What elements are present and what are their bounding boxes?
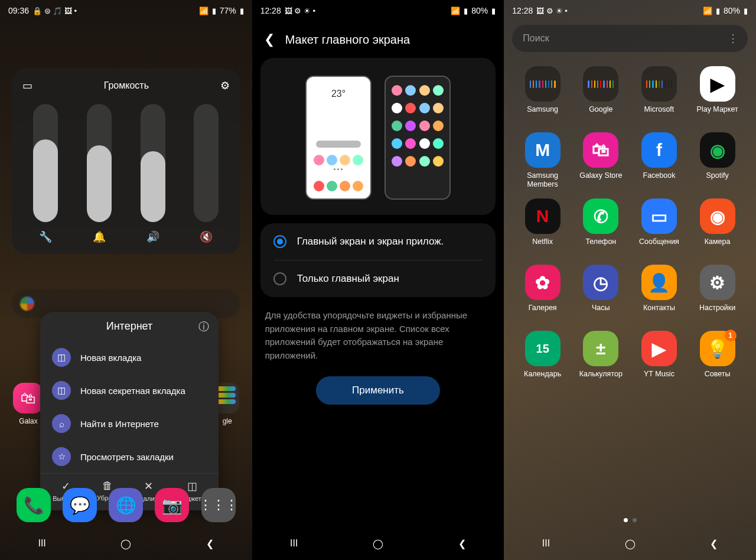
page-header: ❮ Макет главного экрана — [252, 21, 504, 56]
status-icons: 🖼 ⚙ ☀ • — [285, 6, 315, 15]
apply-button[interactable]: Применить — [316, 376, 440, 405]
dock-internet[interactable]: 🌐 — [109, 488, 143, 522]
info-icon[interactable]: ⓘ — [198, 320, 209, 334]
navbar: III ◯ ❮ — [0, 527, 252, 560]
back-button[interactable]: ❮ — [444, 535, 480, 552]
app-icon: ▶ — [700, 66, 735, 102]
app-Калькулятор[interactable]: ± Калькулятор — [574, 331, 628, 388]
dock-phone[interactable]: 📞 — [17, 488, 51, 522]
phone-2-settings: 12:28 🖼 ⚙ ☀ • 📶 ▮ 80% ▮ ❮ Макет главного… — [252, 0, 504, 560]
app-Samsung Members[interactable]: M Samsung Members — [516, 132, 569, 189]
option-home-and-apps[interactable]: Главный экран и экран прилож. — [260, 223, 496, 260]
app-Настройки[interactable]: ⚙ Настройки — [690, 265, 744, 321]
folder-icon — [641, 66, 677, 102]
app-label: Galaxy Store — [579, 171, 622, 189]
app-label: Контакты — [643, 304, 675, 321]
app-Microsoft[interactable]: Microsoft — [633, 66, 686, 123]
app-label: Samsung — [527, 105, 558, 123]
app-Facebook[interactable]: f Facebook — [633, 132, 686, 189]
volume-slider-bell[interactable]: 🔔 — [76, 104, 123, 243]
app-icon: ▶ — [641, 331, 677, 366]
context-item[interactable]: ☆ Просмотреть закладки — [40, 440, 219, 473]
context-item[interactable]: ⌕ Найти в Интернете — [40, 407, 219, 440]
wrench-icon: 🔧 — [39, 230, 52, 243]
speaker-icon: 🔊 — [146, 230, 159, 243]
app-Камера[interactable]: ◉ Камера — [690, 198, 744, 255]
star-icon: ☆ — [52, 447, 71, 466]
option-home-only[interactable]: Только главный экран — [260, 261, 496, 297]
signal-icon: ▮ — [716, 6, 720, 15]
radio-icon — [273, 235, 286, 248]
battery-percent: 80% — [724, 6, 740, 15]
app-label: Galax — [19, 417, 37, 425]
search-input[interactable]: Поиск ⋮ — [512, 25, 748, 52]
battery-percent: 77% — [220, 6, 236, 15]
mute-icon: 🔇 — [200, 230, 213, 243]
page-title: Макет главного экрана — [285, 33, 410, 47]
signal-icon: ▮ — [464, 6, 468, 15]
app-label: Netflix — [532, 237, 553, 255]
app-Spotify[interactable]: ◉ Spotify — [690, 132, 744, 189]
galaxy-store-app[interactable]: 🛍 Galax — [13, 383, 44, 425]
app-label: Камера — [705, 237, 731, 255]
context-title: Интернет ⓘ — [40, 312, 219, 341]
dock-apps[interactable]: ⋮⋮⋮ — [201, 488, 236, 522]
app-Календарь[interactable]: 15 Календарь — [516, 331, 569, 388]
app-Контакты[interactable]: 👤 Контакты — [633, 265, 686, 321]
recent-button[interactable]: III — [276, 535, 312, 552]
battery-icon: ▮ — [744, 6, 748, 15]
mock-home: 23° — [305, 76, 372, 200]
app-Телефон[interactable]: ✆ Телефон — [574, 198, 628, 255]
home-button[interactable]: ◯ — [360, 535, 396, 552]
app-Netflix[interactable]: N Netflix — [516, 198, 569, 255]
bell-icon: 🔔 — [93, 230, 106, 243]
volume-slider-mute[interactable]: 🔇 — [183, 104, 230, 243]
app-Galaxy Store[interactable]: 🛍 Galaxy Store — [574, 132, 628, 189]
back-button[interactable]: ❮ — [193, 535, 228, 552]
app-Часы[interactable]: ◷ Часы — [574, 265, 628, 321]
app-label: Spotify — [706, 171, 729, 189]
more-icon[interactable]: ⋮ — [728, 32, 738, 45]
navbar: III ◯ ❮ — [252, 527, 504, 560]
app-Советы[interactable]: 💡1 Советы — [690, 331, 744, 388]
app-Сообщения[interactable]: ▭ Сообщения — [633, 198, 686, 255]
collapse-icon[interactable]: ▭ — [22, 79, 32, 92]
back-button[interactable]: ❮ — [696, 535, 732, 552]
app-Play Маркет[interactable]: ▶ Play Маркет — [690, 66, 744, 123]
home-button[interactable]: ◯ — [612, 535, 648, 552]
dock-messages[interactable]: 💬 — [63, 488, 97, 522]
google-icon — [20, 297, 34, 311]
context-item[interactable]: ◫ Новая вкладка — [40, 341, 219, 374]
volume-slider-wrench[interactable]: 🔧 — [22, 104, 69, 243]
app-icon: ◉ — [700, 198, 735, 234]
status-time: 09:36 — [8, 6, 29, 15]
app-Samsung[interactable]: Samsung — [516, 66, 569, 123]
app-YT Music[interactable]: ▶ YT Music — [633, 331, 686, 388]
app-Google[interactable]: Google — [574, 66, 628, 123]
dock-camera[interactable]: 📷 — [155, 488, 189, 522]
gear-icon[interactable]: ⚙ — [220, 79, 230, 92]
app-label: Календарь — [524, 370, 561, 388]
app-icon: ▭ — [641, 198, 677, 234]
wifi-icon: 📶 — [199, 6, 208, 15]
app-label: Google — [589, 105, 612, 123]
home-button[interactable]: ◯ — [108, 535, 144, 552]
volume-slider-speaker[interactable]: 🔊 — [129, 104, 176, 243]
app-label: Телефон — [585, 237, 616, 255]
volume-panel: ▭ Громкость ⚙ 🔧 🔔 🔊 🔇 — [12, 69, 240, 254]
folder-icon — [525, 66, 561, 102]
back-icon[interactable]: ❮ — [264, 32, 275, 47]
badge: 1 — [725, 330, 737, 341]
app-label: Советы — [705, 370, 731, 388]
option-description: Для удобства упорядочьте виджеты и избра… — [252, 297, 504, 376]
app-label: Настройки — [699, 304, 735, 321]
app-icon: ✆ — [583, 198, 618, 234]
recent-button[interactable]: III — [24, 535, 60, 552]
app-Галерея[interactable]: ✿ Галерея — [516, 265, 569, 321]
app-icon: 💡1 — [700, 331, 735, 366]
status-time: 12:28 — [260, 6, 281, 15]
app-label: Сообщения — [639, 237, 679, 255]
context-item[interactable]: ◫ Новая секретная вкладка — [40, 374, 219, 407]
app-icon: 👤 — [641, 265, 677, 300]
recent-button[interactable]: III — [528, 535, 563, 552]
